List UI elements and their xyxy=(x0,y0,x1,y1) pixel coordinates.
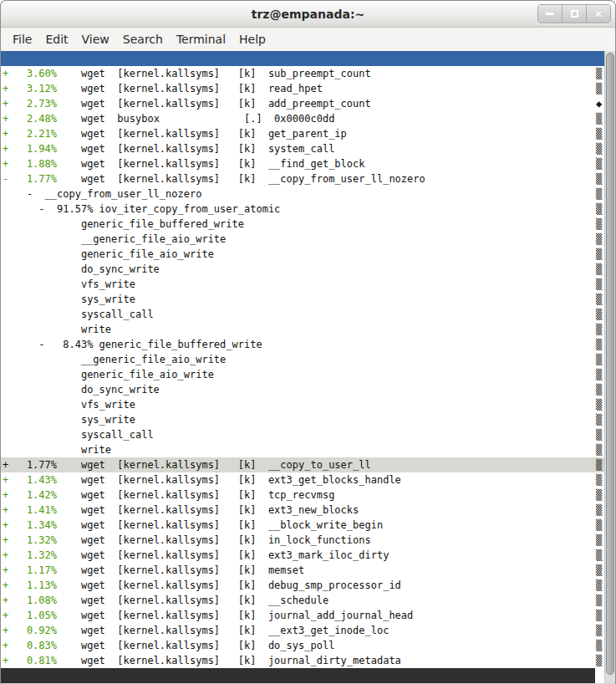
close-icon: ✕ xyxy=(594,9,603,19)
scrollbar-shade-char: ▒ xyxy=(593,442,604,457)
scrollbar-shade-char: ▒ xyxy=(593,66,604,81)
perf-row[interactable]: + 0.81% wget [kernel.kallsyms] [k] journ… xyxy=(1,653,604,668)
menu-item-edit[interactable]: Edit xyxy=(45,33,68,46)
row-percent: + 1.32% xyxy=(3,549,57,561)
scrollbar-shade-char: ▒ xyxy=(593,322,604,337)
maximize-button[interactable] xyxy=(562,5,586,23)
perf-row[interactable]: + 1.13% wget [kernel.kallsyms] [k] debug… xyxy=(1,578,604,593)
scrollbar-shade-char: ▒ xyxy=(593,217,604,232)
minimize-button[interactable] xyxy=(538,5,562,23)
callchain-row[interactable]: generic_file_aio_write▒ xyxy=(1,367,604,382)
window-title: trz@empanada:~ xyxy=(252,8,365,21)
scrollbar-shade-char: ▒ xyxy=(593,623,604,638)
callchain-row[interactable]: sys_write▒ xyxy=(1,292,604,307)
scrollbar-shade-char: ▒ xyxy=(593,457,604,472)
row-percent: + 1.32% xyxy=(3,534,57,546)
scrollbar[interactable] xyxy=(604,51,615,683)
perf-row[interactable]: + 1.88% wget [kernel.kallsyms] [k] __fin… xyxy=(1,156,604,171)
perf-row[interactable]: + 3.60% wget [kernel.kallsyms] [k] sub_p… xyxy=(1,66,604,81)
menu-item-help[interactable]: Help xyxy=(239,33,266,46)
scrollbar-shade-char: ▒ xyxy=(593,397,604,412)
callchain-row[interactable]: syscall_call▒ xyxy=(1,307,604,322)
callchain-row[interactable]: - 8.43% generic_file_buffered_write▒ xyxy=(1,337,604,352)
scrollbar-shade-char: ▒ xyxy=(593,111,604,126)
menu-item-search[interactable]: Search xyxy=(123,33,163,46)
callchain-row[interactable]: vfs_write▒ xyxy=(1,277,604,292)
callchain-row[interactable]: write▒ xyxy=(1,322,604,337)
perf-row[interactable]: + 0.92% wget [kernel.kallsyms] [k] __ext… xyxy=(1,623,604,638)
perf-row[interactable]: - 1.77% wget [kernel.kallsyms] [k] __cop… xyxy=(1,171,604,186)
row-percent: + 3.60% xyxy=(3,68,57,79)
scrollbar-shade-char: ▒ xyxy=(593,277,604,292)
scrollbar-shade-char: ▒ xyxy=(593,126,604,141)
scrollbar-shade-char: ▒ xyxy=(593,262,604,277)
scrollbar-shade-char: ▒ xyxy=(593,563,604,578)
perf-row[interactable]: + 1.94% wget [kernel.kallsyms] [k] syste… xyxy=(1,141,604,156)
scrollbar-shade-char: ▒ xyxy=(593,247,604,262)
scrollbar-shade-char: ▒ xyxy=(593,638,604,653)
scrollbar-shade-char: ▒ xyxy=(593,578,604,593)
close-button[interactable]: ✕ xyxy=(586,5,610,23)
events-header: Events: 4K cycles xyxy=(1,51,604,66)
perf-row[interactable]: + 1.42% wget [kernel.kallsyms] [k] tcp_r… xyxy=(1,487,604,503)
callchain-row[interactable]: write▒ xyxy=(1,442,604,457)
perf-row[interactable]: + 1.05% wget [kernel.kallsyms] [k] journ… xyxy=(1,608,604,623)
scrollbar-shade-char: ▒ xyxy=(593,352,604,367)
scrollbar-shade-char: ▒ xyxy=(593,232,604,247)
menu-item-file[interactable]: File xyxy=(13,33,32,46)
menu-item-view[interactable]: View xyxy=(82,33,109,46)
row-percent: + 1.34% xyxy=(3,519,57,531)
perf-row[interactable]: + 1.43% wget [kernel.kallsyms] [k] ext3_… xyxy=(1,472,604,487)
status-bar: Press '?' for help on key bindings xyxy=(1,668,595,683)
perf-row[interactable]: + 1.17% wget [kernel.kallsyms] [k] memse… xyxy=(1,563,604,578)
scrollbar-shade-char: ▒ xyxy=(593,593,604,608)
callchain-row[interactable]: - 91.57% iov_iter_copy_from_user_atomic▒ xyxy=(1,202,604,217)
perf-row[interactable]: + 1.32% wget [kernel.kallsyms] [k] ext3_… xyxy=(1,548,604,563)
callchain-row[interactable]: do_sync_write▒ xyxy=(1,382,604,397)
perf-row[interactable]: + 1.32% wget [kernel.kallsyms] [k] in_lo… xyxy=(1,533,604,548)
terminal-window: trz@empanada:~ ✕ File Edit View Search T… xyxy=(0,0,616,684)
perf-row[interactable]: + 0.83% wget [kernel.kallsyms] [k] do_sy… xyxy=(1,638,604,653)
scrollbar-shade-char: ▒ xyxy=(593,307,604,322)
scrollbar-shade-char: ▒ xyxy=(593,503,604,518)
row-percent: + 1.17% xyxy=(3,564,57,576)
callchain-row[interactable]: __generic_file_aio_write▒ xyxy=(1,232,604,247)
row-percent: + 0.83% xyxy=(3,640,57,651)
row-percent: + 2.21% xyxy=(3,128,57,140)
callchain-row[interactable]: do_sync_write▒ xyxy=(1,262,604,277)
perf-row[interactable]: + 3.12% wget [kernel.kallsyms] [k] read_… xyxy=(1,81,604,96)
callchain-row[interactable]: syscall_call▒ xyxy=(1,427,604,442)
scrollbar-shade-char: ▒ xyxy=(593,186,604,202)
callchain-row[interactable]: sys_write▒ xyxy=(1,412,604,427)
row-percent: + 0.92% xyxy=(3,625,57,636)
scrollbar-shade-char: ▒ xyxy=(593,141,604,156)
terminal-rows: Events: 4K cycles + 3.60% wget [kernel.k… xyxy=(1,51,604,683)
minimize-icon xyxy=(546,13,554,15)
scrollbar-shade-char: ▒ xyxy=(593,472,604,487)
callchain-row[interactable]: vfs_write▒ xyxy=(1,397,604,412)
perf-row[interactable]: + 2.21% wget [kernel.kallsyms] [k] get_p… xyxy=(1,126,604,141)
scrollbar-shade-char: ▒ xyxy=(593,292,604,307)
callchain-row[interactable]: generic_file_aio_write▒ xyxy=(1,247,604,262)
callchain-row[interactable]: generic_file_buffered_write▒ xyxy=(1,217,604,232)
scrollbar-shade-char: ▒ xyxy=(593,533,604,548)
perf-row[interactable]: + 1.34% wget [kernel.kallsyms] [k] __blo… xyxy=(1,518,604,533)
scrollbar-shade-char: ▒ xyxy=(593,487,604,503)
perf-row[interactable]: + 2.73% wget [kernel.kallsyms] [k] add_p… xyxy=(1,96,604,111)
titlebar[interactable]: trz@empanada:~ ✕ xyxy=(1,1,615,28)
terminal-screen[interactable]: Events: 4K cycles + 3.60% wget [kernel.k… xyxy=(1,51,615,683)
row-percent: + 1.05% xyxy=(3,610,57,621)
scrollbar-shade-char: ▒ xyxy=(593,518,604,533)
callchain-row[interactable]: - __copy_from_user_ll_nozero▒ xyxy=(1,186,604,202)
callchain-row[interactable]: __generic_file_aio_write▒ xyxy=(1,352,604,367)
perf-row[interactable]: + 1.08% wget [kernel.kallsyms] [k] __sch… xyxy=(1,593,604,608)
scrollbar-shade-char: ▒ xyxy=(593,367,604,382)
row-percent: - 1.77% xyxy=(3,173,57,185)
perf-row[interactable]: + 2.48% wget busybox [.] 0x0000c0dd▒ xyxy=(1,111,604,126)
row-percent: + 1.43% xyxy=(3,474,57,486)
maximize-icon xyxy=(571,10,578,18)
scrollbar-thumb[interactable] xyxy=(606,53,614,675)
perf-row-selected[interactable]: + 1.77% wget [kernel.kallsyms] [k] __cop… xyxy=(1,457,604,472)
menu-item-terminal[interactable]: Terminal xyxy=(176,33,226,46)
perf-row[interactable]: + 1.41% wget [kernel.kallsyms] [k] ext3_… xyxy=(1,503,604,518)
